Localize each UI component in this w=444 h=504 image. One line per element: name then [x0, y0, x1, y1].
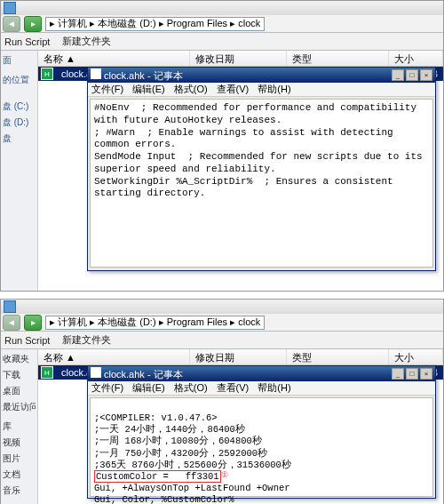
notepad-textarea[interactable]: #NoEnv ; Recommended for performance and… — [90, 99, 433, 268]
menu-help[interactable]: 帮助(H) — [258, 83, 290, 96]
close-button[interactable]: × — [420, 69, 432, 81]
col-date[interactable]: 修改日期 — [190, 349, 286, 364]
col-type[interactable]: 类型 — [287, 349, 390, 364]
sidebar-item[interactable]: 音乐 — [3, 484, 36, 497]
highlight-customcolor: CustomColor = ff3301 — [94, 470, 221, 483]
sidebar-item[interactable]: 盘 (C:) — [3, 100, 36, 113]
notepad-window: clock.ahk - 记事本 _ □ × 文件(F) 编辑(E) 格式(O) … — [87, 67, 436, 271]
column-headers[interactable]: 名称 ▲ 修改日期 类型 大小 — [38, 349, 443, 365]
sidebar-item[interactable]: 视频 — [3, 436, 36, 449]
new-folder-button[interactable]: 新建文件夹 — [62, 35, 111, 48]
sidebar-item[interactable]: 最近访问的位置 — [3, 401, 36, 413]
window-icon — [4, 2, 16, 14]
new-folder-button[interactable]: 新建文件夹 — [62, 333, 111, 347]
col-name[interactable]: 名称 ▲ — [38, 349, 190, 364]
sidebar-item[interactable]: 桌面 — [3, 385, 36, 397]
sidebar-item[interactable]: 盘 (D:) — [3, 116, 36, 129]
sidebar-item[interactable]: 收藏夹 — [3, 353, 36, 365]
notepad-icon — [91, 68, 101, 79]
sidebar-item[interactable]: 库 — [3, 420, 36, 433]
col-date[interactable]: 修改日期 — [190, 51, 286, 66]
run-script-button[interactable]: Run Script — [4, 36, 50, 47]
sidebar: 面 的位置 盘 (C:) 盘 (D:) 盘 — [1, 51, 38, 291]
nav-forward-button[interactable]: ▸ — [24, 16, 42, 32]
nav-back-button[interactable]: ◄ — [3, 16, 20, 32]
notepad-titlebar[interactable]: clock.ahk - 记事本 _ □ × — [88, 68, 435, 83]
ahk-icon: H — [41, 68, 53, 80]
menu-help[interactable]: 帮助(H) — [258, 381, 290, 395]
menu-edit[interactable]: 编辑(E) — [132, 83, 165, 96]
menu-edit[interactable]: 编辑(E) — [132, 381, 165, 395]
notepad-menu: 文件(F) 编辑(E) 格式(O) 查看(V) 帮助(H) — [88, 381, 435, 396]
notepad-menu: 文件(F) 编辑(E) 格式(O) 查看(V) 帮助(H) — [88, 83, 435, 97]
close-button[interactable]: × — [420, 368, 432, 380]
sidebar-item[interactable]: 面 — [3, 54, 36, 67]
notepad-window: clock.ahk - 记事本 _ □ × 文件(F) 编辑(E) 格式(O) … — [87, 365, 436, 499]
nav-back-button[interactable]: ◄ — [3, 315, 20, 331]
toolbar: Run Script 新建文件夹 — [1, 33, 443, 51]
toolbar: Run Script 新建文件夹 — [1, 332, 443, 349]
address-bar[interactable]: ▸ 计算机 ▸ 本地磁盘 (D:) ▸ Program Files ▸ cloc… — [45, 17, 265, 31]
sidebar-item[interactable]: 图片 — [3, 452, 36, 465]
maximize-button[interactable]: □ — [406, 69, 418, 81]
minimize-button[interactable]: _ — [392, 69, 404, 81]
menu-format[interactable]: 格式(O) — [174, 83, 208, 96]
maximize-button[interactable]: □ — [406, 368, 418, 380]
address-bar[interactable]: ▸ 计算机 ▸ 本地磁盘 (D:) ▸ Program Files ▸ cloc… — [45, 316, 265, 330]
col-size[interactable]: 大小 — [389, 349, 443, 364]
window-icon — [4, 300, 16, 313]
ahk-icon: H — [41, 366, 53, 379]
sidebar-item[interactable]: 下载 — [3, 369, 36, 381]
minimize-button[interactable]: _ — [392, 368, 404, 380]
sidebar: 收藏夹 下载 桌面 最近访问的位置 库 视频 图片 文档 音乐 组 计算机 本地… — [1, 349, 38, 504]
menu-view[interactable]: 查看(V) — [217, 381, 250, 395]
sidebar-item[interactable]: 盘 — [3, 132, 36, 145]
menu-format[interactable]: 格式(O) — [174, 381, 208, 395]
nav-forward-button[interactable]: ▸ — [24, 315, 42, 331]
notepad-titlebar[interactable]: clock.ahk - 记事本 _ □ × — [88, 366, 435, 381]
run-script-button[interactable]: Run Script — [4, 335, 50, 346]
menu-view[interactable]: 查看(V) — [217, 83, 250, 96]
menu-file[interactable]: 文件(F) — [91, 381, 123, 395]
notepad-textarea[interactable]: ;<COMPILER: v1.0.47.6> ;一天 24小时，1440分，86… — [90, 397, 433, 497]
col-name[interactable]: 名称 ▲ — [38, 51, 190, 66]
col-type[interactable]: 类型 — [287, 51, 390, 66]
sidebar-item[interactable]: 的位置 — [3, 74, 36, 86]
notepad-icon — [91, 367, 101, 378]
column-headers[interactable]: 名称 ▲ 修改日期 类型 大小 — [38, 51, 443, 67]
sidebar-item[interactable]: 文档 — [3, 468, 36, 481]
col-size[interactable]: 大小 — [389, 51, 443, 66]
menu-file[interactable]: 文件(F) — [91, 83, 123, 96]
